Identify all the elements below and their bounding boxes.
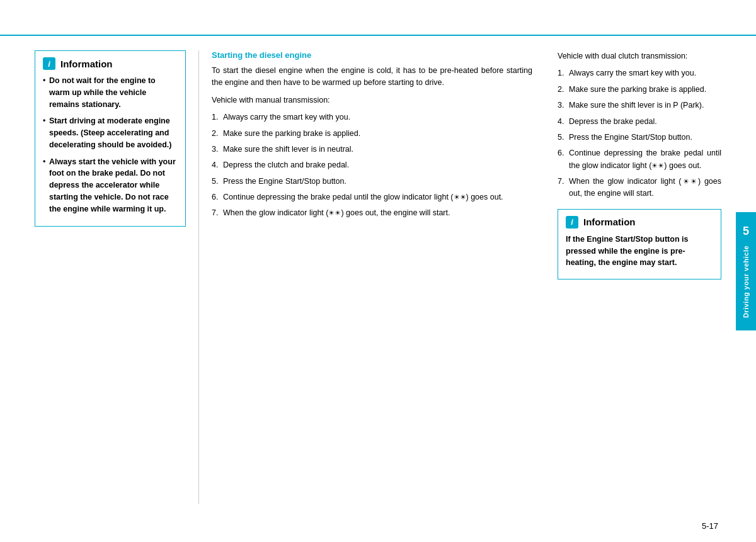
info-text-2: If the Engine Start/Stop button is press… [566, 234, 713, 269]
section-heading: Starting the diesel engine [212, 50, 532, 60]
list-item: 3. Make sure the shift lever is in neutr… [212, 144, 532, 155]
intro-paragraph: To start the diesel engine when the engi… [212, 65, 532, 89]
list-item: Always start the vehicle with your foot … [43, 156, 178, 215]
manual-label: Vehicle with manual transmission: [212, 94, 532, 106]
list-item: Do not wait for the engine to warm up wh… [43, 75, 178, 110]
side-tab-number: 5 [743, 224, 749, 237]
side-tab-text: Driving your vehicle [742, 245, 750, 317]
left-column: i Information Do not wait for the engine… [35, 50, 198, 504]
list-item: 3. Make sure the shift lever is in P (Pa… [558, 99, 721, 111]
list-item: 6. Continue depressing the brake pedal u… [558, 147, 721, 172]
right-column: Vehicle with dual clutch transmission: 1… [545, 50, 721, 504]
list-item: 2. Make sure the parking brake is applie… [212, 128, 532, 140]
info-box-title-2: Information [583, 217, 636, 227]
list-item: 2. Make sure the parking brake is applie… [558, 84, 721, 96]
right-info-box: i Information If the Engine Start/Stop b… [558, 209, 721, 279]
info-icon-2: i [566, 216, 578, 229]
list-item: 4. Depress the clutch and brake pedal. [212, 159, 532, 171]
list-item: Start driving at moderate engine speeds.… [43, 115, 178, 150]
info-list: Do not wait for the engine to warm up wh… [43, 75, 178, 215]
info-box-content-right: If the Engine Start/Stop button is press… [566, 234, 713, 269]
info-icon: i [43, 57, 55, 70]
list-item: 5. Press the Engine Start/Stop button. [212, 176, 532, 188]
list-item: 7. When the glow indicator light (☀☀) go… [558, 176, 721, 200]
left-info-box: i Information Do not wait for the engine… [35, 50, 186, 227]
list-item: 6. Continue depressing the brake pedal u… [212, 191, 532, 203]
page-number: 5-17 [702, 521, 718, 531]
info-box-content-left: Do not wait for the engine to warm up wh… [43, 75, 178, 215]
list-item: 5. Press the Engine Start/Stop button. [558, 132, 721, 144]
page-content: i Information Do not wait for the engine… [35, 50, 721, 504]
list-item: 4. Depress the brake pedal. [558, 116, 721, 128]
dual-intro: Vehicle with dual clutch transmission: [558, 50, 721, 62]
side-tab: 5 Driving your vehicle [736, 212, 756, 330]
manual-steps-list: 1. Always carry the smart key with you. … [212, 111, 532, 220]
list-item: 7. When the glow indicator light (☀☀) go… [212, 207, 532, 219]
top-border [0, 35, 756, 36]
list-item: 1. Always carry the smart key with you. [558, 67, 721, 79]
list-item: 1. Always carry the smart key with you. [212, 111, 532, 123]
info-box-header-2: i Information [566, 216, 713, 229]
dual-steps-list: 1. Always carry the smart key with you. … [558, 67, 721, 200]
info-box-header: i Information [43, 57, 178, 70]
info-box-title: Information [60, 59, 113, 69]
mid-column: Starting the diesel engine To start the … [198, 50, 545, 504]
